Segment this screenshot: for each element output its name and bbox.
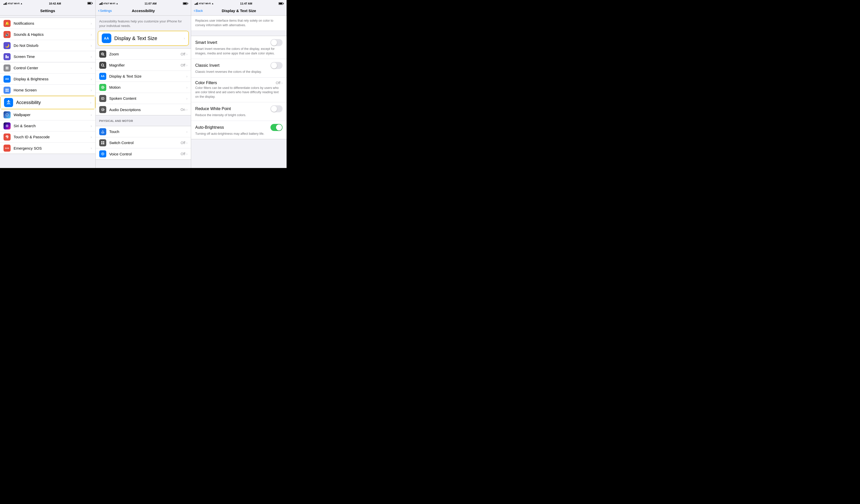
row-display[interactable]: AA Display & Brightness › [0, 74, 96, 85]
svg-rect-29 [101, 143, 102, 144]
auto-brightness-desc: Turning off auto-brightness may affect b… [195, 132, 283, 136]
homescreen-label: Home Screen [14, 88, 91, 92]
row-switch-control[interactable]: Switch Control Off › [96, 137, 191, 148]
audio-desc-value: On [181, 107, 185, 112]
back-button-2[interactable]: ‹ Settings [98, 9, 112, 13]
nav-title-3: Display & Text Size [221, 9, 256, 13]
svg-line-15 [103, 55, 104, 56]
homescreen-chevron: › [91, 88, 92, 92]
row-touch[interactable]: Touch › [96, 126, 191, 137]
row-reduce-white: Reduce White Point Reduce the intensity … [191, 102, 287, 121]
switch-control-chevron: › [186, 141, 188, 145]
touch-icon [99, 128, 106, 135]
row-motion[interactable]: Motion › [96, 82, 191, 93]
cc-chevron: › [91, 66, 92, 70]
touchid-chevron: › [91, 135, 92, 139]
svg-rect-7 [7, 89, 9, 90]
back-chevron-2: ‹ [98, 9, 99, 13]
voice-control-value: Off [181, 152, 185, 156]
highlighted-accessibility[interactable]: Accessibility › [0, 96, 96, 109]
row-audio-desc[interactable]: AD Audio Descriptions On › [96, 104, 191, 115]
notifications-chevron: › [91, 21, 92, 26]
panel-settings: AT&T Wi-Fi ▲ 10:42 AM Settings 🔔 Notific… [0, 0, 96, 168]
battery-icon-2 [183, 2, 187, 5]
status-left-1: AT&T Wi-Fi ▲ [3, 2, 23, 5]
voice-control-icon [99, 150, 106, 157]
motion-label: Motion [109, 85, 186, 89]
wifi-icon: ▲ [20, 2, 23, 5]
back-button-3[interactable]: ‹ Back [194, 9, 203, 13]
spoken-label: Spoken Content [109, 96, 186, 101]
display-label: Display & Brightness [14, 77, 91, 81]
time-display: 10:42 AM [49, 2, 61, 5]
row-spoken[interactable]: Spoken Content › [96, 93, 191, 104]
row-touchid[interactable]: Touch ID & Passcode › [0, 131, 96, 143]
classic-invert-toggle[interactable] [271, 62, 283, 69]
vision-section: Zoom Off › Magnifier Off › AA Disp [96, 48, 191, 115]
nav-bar-1: Settings [0, 6, 96, 16]
spoken-chevron: › [186, 97, 188, 101]
back-label-3: Back [196, 9, 203, 13]
row-voice-control[interactable]: Voice Control Off › [96, 148, 191, 159]
row-wallpaper[interactable]: Wallpaper › [0, 109, 96, 120]
row-screentime[interactable]: Screen Time › [0, 51, 96, 62]
color-filters-chevron: › [281, 81, 283, 85]
nav-title-1: Settings [40, 9, 55, 13]
smart-invert-toggle[interactable] [271, 39, 283, 46]
row-color-filters[interactable]: Color Filters Off › Color filters can be… [191, 77, 287, 102]
back-chevron-3: ‹ [194, 9, 195, 13]
wallpaper-chevron: › [91, 113, 92, 117]
control-center-label: Control Center [14, 66, 91, 70]
wifi-icon-2: ▲ [116, 2, 118, 5]
svg-point-18 [101, 64, 103, 66]
row-classic-invert: Classic Invert Classic Invert reverses t… [191, 59, 287, 77]
nav-title-2: Accessibility [132, 9, 155, 13]
display-text-size-row[interactable]: AA Display & Text Size › [98, 31, 189, 45]
wallpaper-label: Wallpaper [14, 113, 91, 117]
row-homescreen[interactable]: Home Screen › [0, 85, 96, 96]
touch-label: Touch [109, 129, 186, 134]
svg-point-20 [102, 87, 103, 88]
intro-text: Accessibility features help you customiz… [96, 16, 191, 28]
magnifier-label: Magnifier [109, 63, 181, 67]
row-emergency[interactable]: SOS Emergency SOS › [0, 143, 96, 154]
switch-control-icon [99, 139, 106, 146]
svg-point-32 [102, 154, 103, 154]
accessibility-label: Accessibility [16, 100, 90, 105]
svg-point-3 [7, 67, 9, 68]
accessibility-icon [4, 98, 13, 107]
row-siri[interactable]: Siri & Search › [0, 120, 96, 131]
carrier-label-2: AT&T Wi-Fi [103, 2, 115, 5]
accessibility-content: Accessibility features help you customiz… [96, 16, 191, 168]
zoom-icon [99, 51, 106, 58]
physical-section: Touch › Switch Control Off › [96, 126, 191, 160]
row-sounds[interactable]: 🔊 Sounds & Haptics › [0, 29, 96, 40]
highlighted-display[interactable]: AA Display & Text Size › [98, 31, 189, 46]
smart-invert-title: Smart Invert [195, 40, 217, 45]
row-accessibility[interactable]: Accessibility › [0, 96, 95, 109]
svg-rect-27 [101, 141, 102, 143]
motion-icon [99, 84, 106, 91]
auto-brightness-toggle[interactable] [271, 124, 283, 131]
emergency-label: Emergency SOS [14, 146, 91, 150]
row-control-center[interactable]: Control Center › [0, 62, 96, 74]
carrier-label-3: AT&T Wi-Fi [199, 2, 211, 5]
status-right-2 [183, 2, 187, 5]
battery-display [87, 2, 92, 5]
row-zoom[interactable]: Zoom Off › [96, 48, 191, 60]
magnifier-chevron: › [186, 63, 188, 67]
zoom-chevron: › [186, 52, 188, 56]
row-display-text-list[interactable]: AA Display & Text Size › [96, 71, 191, 82]
magnifier-value: Off [181, 63, 185, 67]
voice-control-chevron: › [186, 152, 188, 156]
svg-rect-0 [5, 55, 7, 58]
row-notifications[interactable]: 🔔 Notifications › [0, 18, 96, 29]
reduce-white-toggle[interactable] [271, 105, 283, 112]
row-magnifier[interactable]: Magnifier Off › [96, 60, 191, 71]
screentime-icon [3, 53, 11, 60]
row-dnd[interactable]: 🌙 Do Not Disturb › [0, 40, 96, 51]
display-text-label: Display & Text Size [114, 35, 184, 41]
svg-point-10 [8, 100, 9, 101]
nav-bar-2: ‹ Settings Accessibility [96, 6, 191, 16]
color-filters-value: Off › [276, 81, 283, 85]
